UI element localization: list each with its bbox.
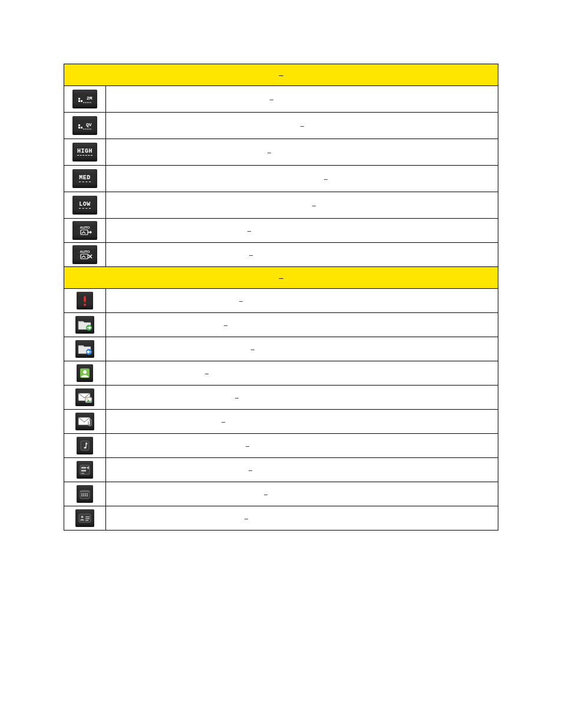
- dash-icon: –: [267, 149, 271, 156]
- contact-icon: [77, 364, 93, 382]
- svg-rect-6: [78, 127, 80, 129]
- svg-rect-27: [81, 470, 86, 472]
- svg-rect-26: [81, 467, 86, 469]
- dash-icon: –: [270, 95, 273, 103]
- table-row: 2M –: [64, 86, 498, 113]
- dash-icon: –: [279, 71, 283, 80]
- svg-rect-5: [78, 124, 80, 126]
- alert-icon: [77, 292, 93, 309]
- svg-rect-1: [78, 100, 80, 102]
- table-row: –: [64, 361, 498, 386]
- svg-rect-0: [78, 98, 80, 100]
- dash-icon: –: [246, 442, 249, 449]
- auto-send-off-icon: AUTO: [72, 245, 97, 264]
- dash-icon: –: [264, 490, 267, 498]
- dash-icon: –: [222, 418, 225, 425]
- svg-point-40: [81, 516, 84, 518]
- svg-rect-23: [81, 441, 89, 450]
- svg-rect-32: [83, 493, 84, 495]
- dash-icon: –: [244, 515, 248, 522]
- svg-rect-35: [81, 495, 82, 496]
- svg-rect-41: [85, 516, 90, 518]
- inbox-folder-icon: [75, 340, 94, 358]
- svg-point-21: [87, 398, 88, 400]
- svg-text:QV: QV: [86, 122, 92, 127]
- mms-picture-icon: [75, 388, 94, 406]
- svg-text:AUTO: AUTO: [80, 226, 90, 229]
- svg-point-14: [84, 304, 86, 306]
- svg-rect-31: [81, 493, 82, 495]
- dash-icon: –: [300, 122, 304, 129]
- svg-rect-36: [83, 495, 84, 496]
- dash-icon: –: [224, 321, 227, 328]
- table-row: –: [64, 337, 498, 361]
- outbox-folder-icon: [75, 316, 94, 334]
- svg-rect-30: [80, 490, 90, 492]
- table-row: –: [64, 506, 498, 531]
- music-note-icon: [77, 437, 93, 454]
- table-row: –: [64, 410, 498, 434]
- table-row: –: [64, 313, 498, 337]
- svg-rect-38: [87, 495, 88, 496]
- section-header-2: –: [64, 267, 498, 289]
- svg-point-18: [83, 370, 87, 374]
- dash-icon: –: [312, 202, 316, 209]
- video-doc-icon: [77, 461, 93, 479]
- table-row: AUTO –: [64, 219, 498, 243]
- dash-icon: –: [249, 251, 253, 258]
- dash-icon: –: [247, 227, 251, 234]
- table-row: LOW –: [64, 192, 498, 219]
- vcard-icon: [75, 509, 94, 527]
- dash-icon: –: [324, 175, 328, 182]
- svg-rect-34: [87, 493, 88, 495]
- dash-icon: –: [251, 345, 254, 353]
- svg-rect-33: [85, 493, 86, 495]
- table-row: –: [64, 458, 498, 482]
- auto-send-on-icon: AUTO: [72, 221, 97, 240]
- table-row: –: [64, 482, 498, 506]
- table-row: –: [64, 434, 498, 458]
- svg-rect-42: [85, 518, 90, 519]
- table-row: MED –: [64, 166, 498, 192]
- attachment-message-icon: [75, 413, 94, 430]
- section-header-1: –: [64, 64, 498, 86]
- svg-rect-37: [85, 495, 86, 496]
- quality-low-icon: LOW: [72, 196, 97, 215]
- svg-point-24: [84, 447, 87, 449]
- icon-reference-table: – 2M – QV: [64, 64, 498, 531]
- calendar-icon: [77, 485, 93, 503]
- table-row: QV –: [64, 113, 498, 139]
- svg-text:2M: 2M: [87, 95, 92, 101]
- svg-rect-43: [85, 520, 88, 521]
- table-row: –: [64, 289, 498, 313]
- quality-high-icon: HIGH: [72, 143, 97, 162]
- dash-icon: –: [239, 297, 243, 304]
- svg-rect-7: [81, 127, 82, 129]
- table-row: HIGH –: [64, 139, 498, 166]
- dash-icon: –: [235, 394, 239, 401]
- page: – 2M – QV: [0, 0, 562, 728]
- dash-icon: –: [249, 466, 252, 473]
- table-row: –: [64, 386, 498, 410]
- resolution-qv-icon: QV: [72, 116, 97, 135]
- quality-med-icon: MED: [72, 169, 97, 188]
- resolution-2m-icon: 2M: [72, 90, 97, 108]
- svg-rect-2: [81, 100, 82, 102]
- table-row: AUTO –: [64, 243, 498, 267]
- svg-text:AUTO: AUTO: [80, 250, 90, 253]
- svg-rect-28: [81, 473, 84, 474]
- dash-icon: –: [205, 370, 209, 377]
- dash-icon: –: [279, 274, 283, 282]
